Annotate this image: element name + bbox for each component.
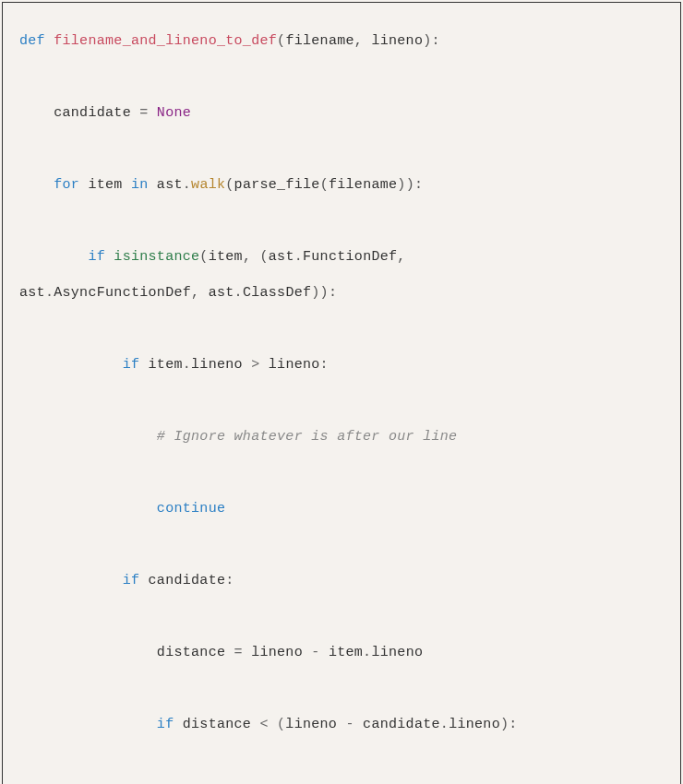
param-filename: filename bbox=[285, 33, 353, 49]
keyword-none: None bbox=[157, 105, 191, 121]
operator-lt: < ( bbox=[259, 717, 285, 732]
param-lineno: lineno bbox=[363, 33, 423, 49]
blank-line bbox=[19, 671, 664, 707]
builtin-isinstance: isinstance bbox=[114, 249, 199, 265]
blank-line bbox=[19, 311, 664, 347]
operator-gt: > bbox=[251, 357, 269, 373]
code-line-2: candidate = None bbox=[19, 95, 664, 131]
code-line-5: ast.AsyncFunctionDef, ast.ClassDef)): bbox=[19, 275, 664, 311]
blank-line bbox=[19, 131, 664, 167]
paren-open: ( bbox=[277, 33, 285, 49]
class-asyncfunctiondef: AsyncFunctionDef bbox=[54, 285, 191, 301]
blank-line bbox=[19, 742, 664, 778]
comment: # Ignore whatever is after our line bbox=[157, 429, 458, 445]
class-classdef: ClassDef bbox=[243, 285, 311, 301]
call-parse-file: parse_file bbox=[234, 177, 320, 193]
keyword-in: in bbox=[131, 177, 149, 193]
code-line-3: for item in ast.walk(parse_file(filename… bbox=[19, 167, 664, 203]
code-block: def filename_and_lineno_to_def(filename,… bbox=[2, 2, 681, 784]
ident-candidate: candidate bbox=[54, 105, 139, 121]
keyword-if: if bbox=[157, 717, 174, 732]
code-line-10: distance = lineno - item.lineno bbox=[19, 635, 664, 671]
code-line-4: if isinstance(item, (ast.FunctionDef, bbox=[19, 239, 664, 275]
keyword-if: if bbox=[123, 357, 140, 373]
blank-line bbox=[19, 59, 664, 95]
code-line-9: if candidate: bbox=[19, 563, 664, 599]
function-name: filename_and_lineno_to_def bbox=[54, 33, 277, 49]
class-functiondef: FunctionDef bbox=[303, 249, 397, 265]
blank-line bbox=[19, 203, 664, 239]
keyword-if: if bbox=[123, 573, 140, 588]
blank-line bbox=[19, 383, 664, 419]
blank-line bbox=[19, 455, 664, 491]
method-walk: walk bbox=[191, 177, 225, 193]
blank-line bbox=[19, 599, 664, 635]
keyword-def: def bbox=[19, 33, 45, 49]
code-line-8: continue bbox=[19, 491, 664, 527]
blank-line bbox=[19, 527, 664, 563]
code-line-6: if item.lineno > lineno: bbox=[19, 347, 664, 383]
code-line-1: def filename_and_lineno_to_def(filename,… bbox=[19, 23, 664, 59]
keyword-continue: continue bbox=[157, 501, 225, 517]
paren-close: ): bbox=[423, 33, 440, 49]
code-line-11: if distance < (lineno - candidate.lineno… bbox=[19, 707, 664, 742]
code-line-7: # Ignore whatever is after our line bbox=[19, 419, 664, 455]
keyword-for: for bbox=[54, 177, 79, 193]
keyword-if: if bbox=[88, 249, 105, 265]
code-line-12: candidate = item bbox=[19, 778, 664, 784]
